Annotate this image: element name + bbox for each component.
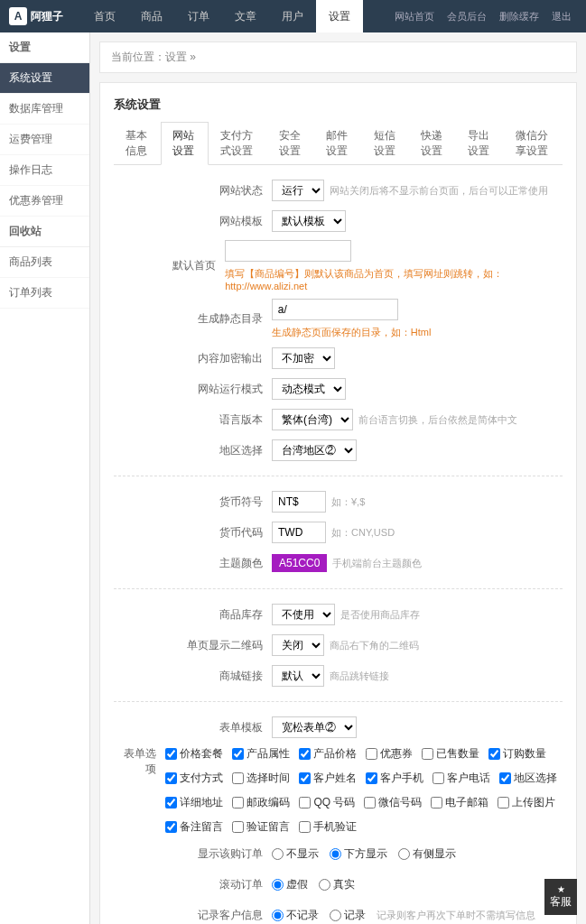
- input-static-dir[interactable]: [272, 299, 398, 320]
- check-14[interactable]: QQ 号码: [299, 795, 355, 810]
- check-18[interactable]: 备注留言: [165, 819, 223, 835]
- select-mall-link[interactable]: 默认: [272, 665, 324, 687]
- hint-record: 记录则客户再次下单时不需填写信息: [377, 909, 535, 922]
- radio-show-order-2[interactable]: 有侧显示: [398, 846, 456, 862]
- select-site-tpl[interactable]: 默认模板: [272, 210, 346, 232]
- select-site-status[interactable]: 运行: [272, 180, 324, 201]
- label-show-order: 显示该购订单: [114, 846, 272, 862]
- panel: 系统设置 基本信息 网站设置 支付方式设置 安全设置 邮件设置 短信设置 快递设…: [99, 82, 577, 924]
- select-stock[interactable]: 不使用: [272, 604, 335, 625]
- float-service-button[interactable]: ★客服: [544, 879, 577, 915]
- check-5[interactable]: 订购数量: [488, 746, 546, 762]
- logo-icon: A: [9, 7, 27, 25]
- tab-wechat[interactable]: 微信分享设置: [504, 122, 563, 165]
- topbar: A 阿狸子 首页 商品 订单 文章 用户 设置 网站首页 会员后台 删除缓存 退…: [0, 0, 586, 32]
- tab-mail[interactable]: 邮件设置: [314, 122, 361, 165]
- hint-qr: 商品右下角的二维码: [330, 639, 419, 652]
- label-qr: 单页显示二维码: [114, 638, 272, 653]
- label-mall-link: 商城链接: [114, 669, 272, 684]
- hint-mall-link: 商品跳转链接: [330, 670, 389, 683]
- label-lang: 语言版本: [114, 412, 272, 428]
- check-4[interactable]: 已售数量: [422, 746, 479, 762]
- nav-users[interactable]: 用户: [269, 0, 316, 32]
- link-cache[interactable]: 删除缓存: [494, 10, 544, 23]
- label-theme-color: 主题颜色: [114, 556, 272, 571]
- tab-pay[interactable]: 支付方式设置: [209, 122, 267, 165]
- nav-settings[interactable]: 设置: [316, 0, 363, 32]
- label-site-tpl: 网站模板: [114, 214, 272, 229]
- hint-currency-code: 如：CNY,USD: [331, 526, 395, 540]
- hint-currency-symbol: 如：¥,$: [331, 495, 365, 509]
- sidebar: 设置 系统设置 数据库管理 运费管理 操作日志 优惠券管理 回收站 商品列表 订…: [0, 32, 90, 924]
- tab-express[interactable]: 快递设置: [409, 122, 456, 165]
- nav-orders[interactable]: 订单: [175, 0, 222, 32]
- link-member[interactable]: 会员后台: [442, 10, 492, 23]
- input-currency-code[interactable]: [272, 522, 326, 543]
- radio-show-order-0[interactable]: 不显示: [272, 846, 319, 862]
- check-7[interactable]: 选择时间: [232, 771, 290, 786]
- check-8[interactable]: 客户姓名: [299, 771, 357, 786]
- check-16[interactable]: 电子邮箱: [431, 795, 488, 810]
- sidebar-item-coupon[interactable]: 优惠券管理: [0, 186, 89, 217]
- check-3[interactable]: 优惠券: [366, 746, 413, 762]
- select-run-mode[interactable]: 动态模式: [272, 378, 346, 400]
- check-11[interactable]: 地区选择: [499, 771, 557, 786]
- radio-record: 不记录 记录: [272, 908, 366, 923]
- color-swatch[interactable]: A51CC0: [272, 554, 327, 572]
- check-19[interactable]: 验证留言: [232, 819, 290, 835]
- input-currency-symbol[interactable]: [272, 491, 326, 513]
- sidebar-item-ship[interactable]: 运费管理: [0, 125, 89, 155]
- tab-site[interactable]: 网站设置: [161, 122, 208, 165]
- check-10[interactable]: 客户电话: [433, 771, 490, 786]
- select-region[interactable]: 台湾地区②: [272, 439, 357, 461]
- check-12[interactable]: 详细地址: [165, 795, 223, 810]
- sidebar-item-goods-list[interactable]: 商品列表: [0, 247, 89, 278]
- tab-basic[interactable]: 基本信息: [114, 122, 161, 165]
- sidebar-item-system[interactable]: 系统设置: [0, 63, 89, 94]
- label-currency-symbol: 货币符号: [114, 494, 272, 510]
- breadcrumb: 当前位置：设置 »: [99, 42, 577, 73]
- nav-goods[interactable]: 商品: [128, 0, 175, 32]
- check-20[interactable]: 手机验证: [299, 819, 357, 835]
- check-6[interactable]: 支付方式: [165, 771, 223, 786]
- radio-record-1[interactable]: 记录: [330, 908, 366, 923]
- select-lang[interactable]: 繁体(台湾): [272, 409, 353, 430]
- sidebar-item-log[interactable]: 操作日志: [0, 155, 89, 186]
- select-encrypt[interactable]: 不加密: [272, 347, 335, 369]
- radio-scroll-order-0[interactable]: 虚假: [272, 877, 308, 892]
- tabs: 基本信息 网站设置 支付方式设置 安全设置 邮件设置 短信设置 快递设置 导出设…: [114, 122, 563, 165]
- label-record: 记录客户信息: [114, 908, 272, 923]
- sidebar-item-db[interactable]: 数据库管理: [0, 94, 89, 125]
- input-default-page[interactable]: [225, 240, 351, 262]
- radio-show-order: 不显示 下方显示 有侧显示: [272, 846, 456, 862]
- check-9[interactable]: 客户手机: [366, 771, 423, 786]
- check-15[interactable]: 微信号码: [364, 795, 422, 810]
- check-2[interactable]: 产品价格: [299, 746, 357, 762]
- nav-articles[interactable]: 文章: [222, 0, 269, 32]
- sidebar-item-order-list[interactable]: 订单列表: [0, 278, 89, 309]
- check-0[interactable]: 价格套餐: [165, 746, 223, 762]
- hint-site-status: 网站关闭后将不显示前台页面，后台可以正常使用: [330, 184, 548, 198]
- select-form-tpl[interactable]: 宽松表单②: [272, 716, 357, 738]
- check-13[interactable]: 邮政编码: [232, 795, 290, 810]
- label-region: 地区选择: [114, 443, 272, 458]
- link-logout[interactable]: 退出: [546, 10, 577, 23]
- select-qr[interactable]: 关闭: [272, 634, 324, 656]
- label-site-status: 网站状态: [114, 183, 272, 199]
- tab-export[interactable]: 导出设置: [456, 122, 503, 165]
- check-1[interactable]: 产品属性: [232, 746, 290, 762]
- hint-theme-color: 手机端前台主题颜色: [332, 557, 422, 570]
- top-nav: 首页 商品 订单 文章 用户 设置: [81, 0, 363, 32]
- check-17[interactable]: 上传图片: [498, 795, 555, 810]
- hint-lang: 前台语言切换，后台依然是简体中文: [358, 413, 517, 427]
- radio-record-0[interactable]: 不记录: [272, 908, 319, 923]
- label-static-dir: 生成静态目录: [114, 311, 272, 327]
- tab-sms[interactable]: 短信设置: [362, 122, 409, 165]
- form-options: 价格套餐 产品属性 产品价格 优惠券 已售数量 订购数量 支付方式 选择时间 客…: [165, 746, 563, 835]
- link-site[interactable]: 网站首页: [389, 10, 440, 23]
- nav-home[interactable]: 首页: [81, 0, 128, 32]
- panel-title: 系统设置: [114, 97, 563, 113]
- radio-scroll-order-1[interactable]: 真实: [319, 877, 355, 892]
- radio-show-order-1[interactable]: 下方显示: [330, 846, 387, 862]
- tab-security[interactable]: 安全设置: [267, 122, 314, 165]
